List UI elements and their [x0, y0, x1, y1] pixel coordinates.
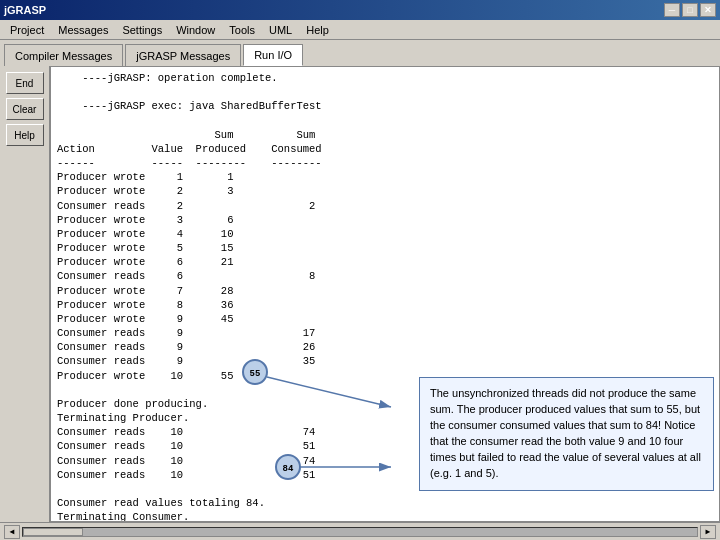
menu-window[interactable]: Window [170, 22, 221, 38]
main-container: End Clear Help ----jGRASP: operation com… [0, 66, 720, 522]
title-bar: jGRASP ─ □ ✕ [0, 0, 720, 20]
tab-run-io[interactable]: Run I/O [243, 44, 303, 66]
scroll-right-btn[interactable]: ▶ [700, 525, 716, 539]
end-button[interactable]: End [6, 72, 44, 94]
window-controls: ─ □ ✕ [664, 3, 716, 17]
app-title: jGRASP [4, 4, 46, 16]
help-button[interactable]: Help [6, 124, 44, 146]
scrollbar-thumb[interactable] [23, 528, 83, 536]
clear-button[interactable]: Clear [6, 98, 44, 120]
left-panel: End Clear Help [0, 66, 50, 522]
scroll-left-btn[interactable]: ◀ [4, 525, 20, 539]
maximize-button[interactable]: □ [682, 3, 698, 17]
tab-jgrasp-messages[interactable]: jGRASP Messages [125, 44, 241, 66]
title-left: jGRASP [4, 4, 46, 16]
tab-compiler-messages[interactable]: Compiler Messages [4, 44, 123, 66]
menu-help[interactable]: Help [300, 22, 335, 38]
scrollbar-track[interactable] [22, 527, 698, 537]
annotation-text: The unsynchronized threads did not produ… [430, 387, 701, 479]
menu-tools[interactable]: Tools [223, 22, 261, 38]
menu-uml[interactable]: UML [263, 22, 298, 38]
tab-bar: Compiler Messages jGRASP Messages Run I/… [0, 40, 720, 66]
menu-project[interactable]: Project [4, 22, 50, 38]
close-button[interactable]: ✕ [700, 3, 716, 17]
output-area[interactable]: ----jGRASP: operation complete. ----jGRA… [50, 66, 720, 522]
menu-bar: Project Messages Settings Window Tools U… [0, 20, 720, 40]
annotation-box: The unsynchronized threads did not produ… [419, 377, 714, 491]
menu-messages[interactable]: Messages [52, 22, 114, 38]
menu-settings[interactable]: Settings [116, 22, 168, 38]
bottom-bar: ◀ ▶ [0, 522, 720, 540]
minimize-button[interactable]: ─ [664, 3, 680, 17]
